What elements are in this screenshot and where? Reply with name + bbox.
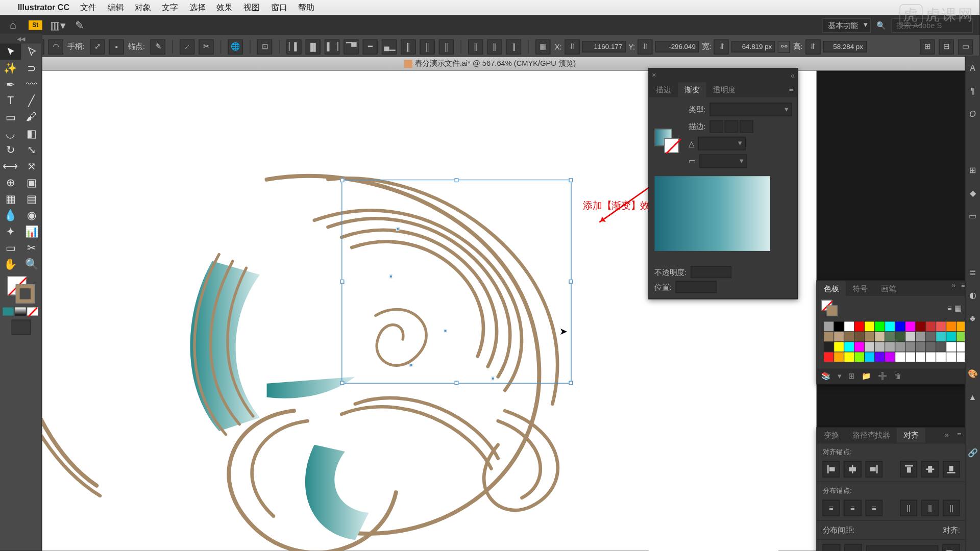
color-guide-dock-icon[interactable]: ▲ [967, 392, 978, 403]
links-dock-icon[interactable]: 🔗 [967, 447, 978, 458]
swatch-cell[interactable] [936, 342, 946, 352]
swatch-cell[interactable] [844, 332, 854, 342]
direct-selection-tool[interactable] [21, 43, 42, 60]
align-hcenter-icon[interactable]: ▐▌ [306, 39, 321, 54]
x-value[interactable]: 1160.177 [582, 41, 626, 53]
align-to-dropdown[interactable]: ▥▾ [942, 544, 960, 550]
transform-grid-icon[interactable]: ▦ [535, 39, 550, 54]
screen-mode-button[interactable] [11, 320, 30, 335]
anchor-point[interactable] [491, 377, 495, 380]
swatch-cell[interactable] [865, 322, 874, 332]
app-name[interactable]: Illustrator CC [18, 3, 69, 12]
paintbrush-tool[interactable]: 🖌 [21, 109, 42, 125]
swatch-cell[interactable] [875, 322, 885, 332]
libraries-dock-icon[interactable]: ⊞ [967, 165, 978, 176]
swatch-cell[interactable] [854, 352, 864, 362]
appearance-dock-icon[interactable]: ◐ [967, 290, 978, 300]
tab-align[interactable]: 对齐 [897, 428, 925, 442]
align-vcenter-icon[interactable]: ━ [363, 39, 378, 54]
panel-menu-icon[interactable]: ≡ [785, 82, 798, 97]
curvature-tool[interactable]: 〰 [21, 76, 42, 92]
tab-swatches[interactable]: 色板 [817, 281, 846, 296]
tab-gradient[interactable]: 渐变 [678, 82, 706, 97]
grid-view-icon[interactable]: ▦ [954, 304, 961, 312]
arrange-icon[interactable]: ▥▾ [52, 19, 64, 31]
new-group-icon[interactable]: 📁 [862, 371, 871, 380]
menu-select[interactable]: 选择 [189, 2, 206, 13]
shape-builder-tool[interactable]: ⊕ [0, 174, 21, 190]
stroke-grad-across-icon[interactable] [740, 120, 753, 133]
swatch-cell[interactable] [895, 352, 905, 362]
collapse-icon[interactable]: « [791, 71, 795, 80]
swatch-cell[interactable] [895, 342, 905, 352]
swatch-cell[interactable] [885, 342, 895, 352]
swatch-cell[interactable] [946, 322, 956, 332]
fill-stroke-indicator[interactable] [7, 276, 34, 303]
stock-icon[interactable]: St [29, 20, 42, 30]
handle-tr[interactable] [569, 178, 573, 182]
handle-bl[interactable] [340, 381, 345, 385]
swatch-cell[interactable] [926, 322, 936, 332]
swatch-cell[interactable] [916, 352, 925, 362]
y-value[interactable]: -296.049 [655, 41, 699, 53]
swatch-cell[interactable] [895, 332, 905, 342]
swatch-cell[interactable] [926, 342, 936, 352]
stroke-grad-along-icon[interactable] [725, 120, 739, 133]
swatch-cell[interactable] [946, 342, 956, 352]
dist-left-button[interactable]: || [900, 500, 917, 516]
swatch-cell[interactable] [936, 322, 946, 332]
artboard-tool[interactable]: ▭ [0, 239, 21, 256]
stroke-grad-within-icon[interactable] [709, 120, 723, 133]
eraser-tool[interactable]: ◧ [21, 125, 42, 141]
align-top-button[interactable] [900, 461, 917, 478]
swatch-1[interactable] [3, 308, 13, 316]
layers-dock-icon[interactable]: ≣ [967, 267, 978, 278]
dist-top-button[interactable]: ≡ [823, 500, 840, 516]
dist-vcenter-button[interactable]: ≡ [844, 500, 861, 516]
handle-tl[interactable] [340, 178, 345, 182]
align-bottom-button[interactable] [943, 461, 960, 478]
new-swatch-icon[interactable]: ➕ [878, 371, 888, 380]
smooth-anchor-icon[interactable]: ◠ [48, 39, 63, 54]
swatch-cell[interactable] [885, 352, 895, 362]
gradient-stroke-thumb[interactable] [664, 138, 679, 153]
gradient-aspect-field[interactable] [699, 155, 747, 168]
swatch-cell[interactable] [936, 352, 946, 362]
dist-vspace-button[interactable]: ↕ [823, 544, 841, 550]
expand-icon[interactable]: » [951, 281, 955, 296]
link-wh-icon[interactable]: ⚯ [778, 40, 790, 53]
swatch-cell[interactable] [854, 332, 864, 342]
swatch-cell[interactable] [824, 352, 834, 362]
location-field[interactable] [676, 281, 717, 293]
swatch-cell[interactable] [916, 332, 925, 342]
align-bottom-icon[interactable]: ▄▁ [382, 39, 397, 54]
delete-swatch-icon[interactable]: 🗑 [894, 372, 902, 380]
align-top-icon[interactable]: ▔▀ [344, 39, 358, 54]
column-graph-tool[interactable]: 📊 [21, 223, 42, 239]
dist-hspace-button[interactable]: ↔ [844, 544, 862, 550]
selection-bounds[interactable] [341, 180, 572, 384]
w-value[interactable]: 64.819 px [732, 41, 775, 53]
swatch-cell[interactable] [885, 332, 895, 342]
swatch-cell[interactable] [916, 322, 925, 332]
swatch-cell[interactable] [916, 342, 925, 352]
w-stepper-icon[interactable]: ⥯ [714, 39, 729, 54]
perspective-tool[interactable]: ▣ [21, 174, 42, 190]
align-left-icon[interactable]: ▏▌ [286, 39, 301, 54]
swatch-cell[interactable] [865, 332, 874, 342]
rotate-tool[interactable]: ↻ [0, 141, 21, 158]
menu-edit[interactable]: 编辑 [108, 2, 124, 13]
dist-v1-icon[interactable]: ‖ [468, 39, 483, 54]
swatch-gradient[interactable] [15, 308, 26, 316]
h-stepper-icon[interactable]: ⥯ [805, 39, 820, 54]
swatch-cell[interactable] [875, 352, 885, 362]
rectangle-tool[interactable]: ▭ [0, 109, 21, 125]
handle-br[interactable] [569, 381, 573, 385]
handle-icon-1[interactable]: ⤢ [90, 39, 105, 54]
workspace-dropdown[interactable]: 基本功能 [822, 18, 871, 32]
swatch-lib-icon[interactable]: 📚 [821, 371, 831, 380]
swatch-cell[interactable] [926, 332, 936, 342]
dist-right-button[interactable]: || [943, 500, 960, 516]
menu-window[interactable]: 窗口 [271, 2, 287, 13]
connect-path-icon[interactable]: ⟋ [180, 39, 194, 54]
